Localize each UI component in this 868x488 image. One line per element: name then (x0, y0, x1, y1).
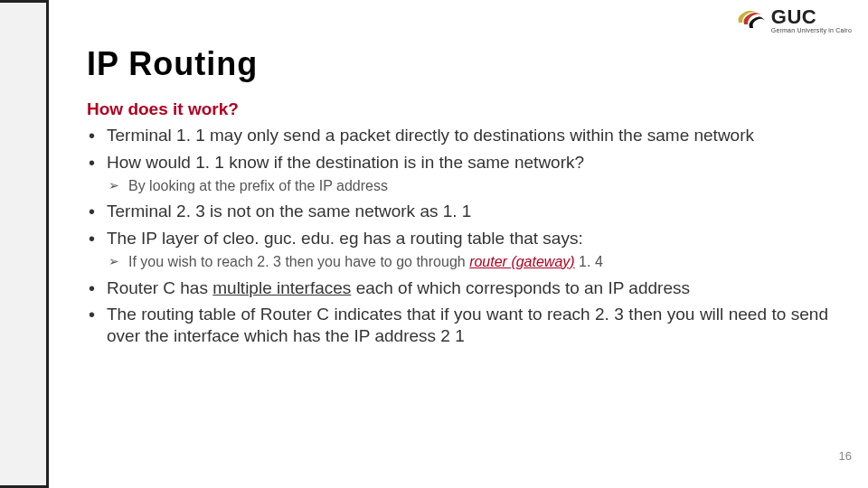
logo-text: GUC German University in Cairo (771, 7, 852, 33)
logo-text-sub: German University in Cairo (771, 27, 852, 33)
sidebar-vertical-rule (46, 3, 49, 485)
slide-subtitle: How does it work? (87, 99, 828, 119)
bullet-item: The routing table of Router C indicates … (87, 304, 828, 347)
page-number: 16 (839, 449, 852, 463)
sub-bullet-list: By looking at the prefix of the IP addre… (107, 177, 828, 196)
logo-text-main: GUC (771, 7, 852, 27)
guc-logo-icon (735, 8, 766, 33)
bullet-item: Router C has multiple interfaces each of… (87, 277, 828, 299)
slide-title: IP Routing (87, 45, 828, 83)
logo-block: GUC German University in Cairo (735, 7, 852, 33)
sub-bullet-item: If you wish to reach 2. 3 then you have … (107, 253, 828, 272)
sub-bullet-item: By looking at the prefix of the IP addre… (107, 177, 828, 196)
sub-bullet-list: If you wish to reach 2. 3 then you have … (107, 253, 828, 272)
slide-sidebar (0, 0, 49, 488)
bullet-item: How would 1. 1 know if the destination i… (87, 152, 828, 196)
bullet-item: Terminal 2. 3 is not on the same network… (87, 201, 828, 222)
router-gateway-emph: router (gateway) (469, 254, 575, 269)
bullet-list: Terminal 1. 1 may only send a packet dir… (87, 125, 828, 347)
bullet-item: Terminal 1. 1 may only send a packet dir… (87, 125, 828, 146)
slide-content: IP Routing How does it work? Terminal 1.… (87, 45, 828, 352)
bullet-item: The IP layer of cleo. guc. edu. eg has a… (87, 228, 828, 272)
